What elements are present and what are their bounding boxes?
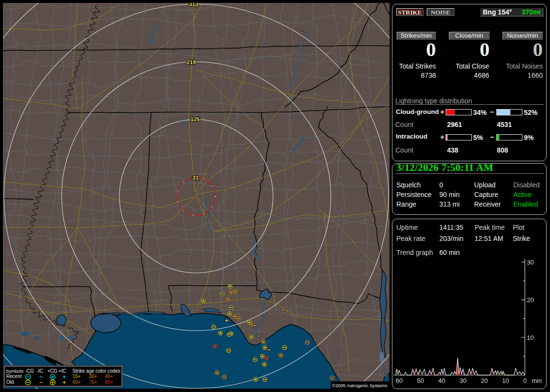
svg-text:219: 219: [187, 59, 196, 65]
svg-text:©2005 Astrogenic Systems: ©2005 Astrogenic Systems: [332, 383, 387, 388]
svg-text:31: 31: [192, 175, 199, 181]
svg-text:Old: Old: [6, 379, 14, 385]
svg-text:60+: 60+: [72, 379, 81, 385]
svg-text:15+: 15+: [72, 374, 81, 379]
svg-text:75+: 75+: [89, 379, 97, 385]
svg-text:Strike age color codes: Strike age color codes: [72, 368, 120, 374]
svg-text:Symbols: Symbols: [6, 368, 24, 374]
svg-text:+IC: +IC: [58, 368, 66, 374]
svg-text:45+: 45+: [105, 374, 113, 379]
svg-text:-IC: -IC: [37, 368, 43, 374]
svg-text:125: 125: [190, 116, 200, 122]
svg-text:-CG: -CG: [25, 368, 34, 374]
svg-text:+CG: +CG: [47, 368, 58, 374]
svg-text:Recent: Recent: [6, 374, 22, 379]
svg-text:30+: 30+: [89, 374, 97, 379]
svg-text:90+: 90+: [105, 379, 113, 385]
